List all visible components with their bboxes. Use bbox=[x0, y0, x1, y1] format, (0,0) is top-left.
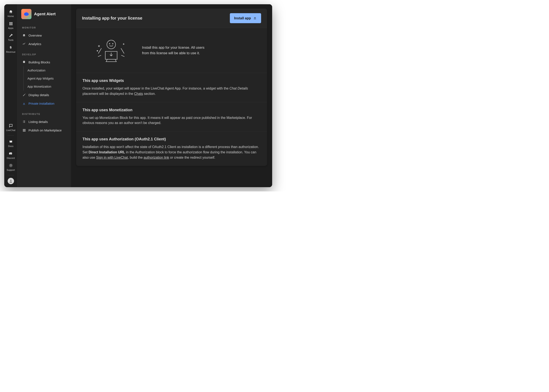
rail-home[interactable]: Home bbox=[5, 8, 17, 19]
section-authorization: This app uses Authorization (OAuth2.1 Cl… bbox=[76, 132, 267, 166]
nav-overview[interactable]: Overview bbox=[17, 31, 71, 40]
building-blocks-children: Authorization Agent App Widgets App Mone… bbox=[23, 66, 71, 91]
svg-point-24 bbox=[97, 50, 98, 51]
nav-analytics-label: Analytics bbox=[28, 42, 41, 46]
section-monetization-body: You set up Monetization Block for this a… bbox=[83, 115, 261, 126]
svg-rect-13 bbox=[24, 129, 24, 130]
rail-home-label: Home bbox=[8, 15, 14, 17]
widgets-text-2: placement will be displayed in the bbox=[83, 92, 134, 96]
card-header: Installing app for your license Install … bbox=[76, 8, 267, 28]
nav-publish-marketplace-label: Publish on Marketplace bbox=[28, 128, 62, 132]
intro-row: Install this app for your license. All u… bbox=[76, 28, 267, 73]
install-icon bbox=[253, 16, 257, 21]
section-widgets-body: Once installed, your widget will appear … bbox=[83, 86, 261, 97]
rail-livechat-label: LiveChat bbox=[6, 129, 15, 132]
rail-support[interactable]: ? Support bbox=[5, 162, 17, 173]
section-widgets-title: This app uses Widgets bbox=[83, 78, 261, 83]
chart-icon bbox=[22, 42, 26, 46]
svg-point-22 bbox=[109, 43, 110, 44]
app-logo bbox=[21, 9, 31, 19]
puzzle-icon bbox=[22, 60, 26, 64]
section-label-distribute: DISTRIBUTE bbox=[17, 108, 71, 117]
dollar-icon bbox=[8, 45, 13, 50]
home-icon bbox=[8, 9, 13, 14]
svg-rect-19 bbox=[24, 131, 24, 132]
nav-display-details[interactable]: Display details bbox=[17, 91, 71, 99]
install-app-button[interactable]: Install app bbox=[230, 13, 261, 23]
nav-publish-marketplace[interactable]: Publish on Marketplace bbox=[17, 126, 71, 134]
rail-discord-label: Discord bbox=[7, 157, 15, 159]
rail-separator bbox=[8, 175, 14, 175]
install-card: Installing app for your license Install … bbox=[76, 8, 267, 166]
svg-rect-20 bbox=[25, 131, 25, 132]
nav-private-installation[interactable]: Private installation bbox=[17, 99, 71, 108]
main-content: Installing app for your license Install … bbox=[71, 4, 272, 187]
svg-rect-0 bbox=[9, 22, 10, 23]
intro-text: Install this app for your license. All u… bbox=[142, 45, 206, 56]
sidebar: Agent Alert MONITOR Overview Analytics D… bbox=[17, 4, 71, 187]
nav-building-blocks[interactable]: Building Blocks bbox=[17, 58, 71, 66]
rail-apps-label: Apps bbox=[8, 27, 14, 29]
install-illustration bbox=[89, 37, 133, 64]
nav-app-monetization[interactable]: App Monetization bbox=[24, 83, 71, 91]
home-small-icon bbox=[22, 33, 26, 37]
nav-agent-widgets-label: Agent App Widgets bbox=[28, 77, 54, 80]
nav-listing-details[interactable]: Listing details bbox=[17, 117, 71, 126]
pencil-icon bbox=[22, 93, 26, 97]
chat-icon bbox=[8, 123, 13, 128]
rail-docs-label: Docs bbox=[8, 145, 14, 147]
svg-rect-18 bbox=[23, 131, 23, 132]
svg-rect-2 bbox=[12, 22, 12, 23]
nav-app-monetization-label: App Monetization bbox=[28, 85, 51, 88]
rail-revenue[interactable]: Revenue bbox=[5, 44, 17, 55]
svg-rect-15 bbox=[23, 130, 23, 131]
book-icon bbox=[8, 139, 13, 144]
svg-point-11 bbox=[10, 180, 12, 181]
nav-display-details-label: Display details bbox=[28, 93, 49, 97]
rail-apps[interactable]: Apps bbox=[5, 20, 17, 31]
nav-authorization[interactable]: Authorization bbox=[24, 66, 71, 74]
card-title: Installing app for your license bbox=[82, 16, 142, 21]
svg-point-21 bbox=[107, 40, 116, 49]
rail-discord[interactable]: Discord bbox=[5, 150, 17, 161]
nav-listing-details-label: Listing details bbox=[28, 120, 48, 124]
section-monetization: This app uses Monetization You set up Mo… bbox=[76, 102, 267, 132]
download-icon bbox=[22, 101, 26, 105]
svg-rect-4 bbox=[10, 23, 11, 24]
authorization-link-link[interactable]: authorization link bbox=[144, 156, 169, 159]
section-widgets: This app uses Widgets Once installed, yo… bbox=[76, 73, 267, 102]
app-header: Agent Alert bbox=[17, 9, 71, 21]
svg-rect-14 bbox=[25, 129, 25, 130]
auth-direct-url-bold: Direct Installation URL bbox=[89, 150, 125, 154]
chats-link[interactable]: Chats bbox=[134, 92, 143, 96]
rail-separator bbox=[8, 135, 14, 135]
section-monetization-title: This app uses Monetization bbox=[83, 108, 261, 112]
widgets-chat-details-em: Chat Details bbox=[229, 87, 248, 90]
rail-livechat[interactable]: LiveChat bbox=[5, 122, 17, 133]
signin-livechat-link[interactable]: Sign in with LiveChat bbox=[96, 156, 128, 159]
install-app-button-label: Install app bbox=[234, 16, 251, 20]
section-authorization-body: Installation of this app won't affect th… bbox=[83, 144, 261, 160]
widgets-text-1: Once installed, your widget will appear … bbox=[83, 87, 229, 90]
app-title: Agent Alert bbox=[34, 12, 56, 16]
nav-rail: Home Apps Tools Revenue bbox=[4, 4, 17, 187]
nav-analytics[interactable]: Analytics bbox=[17, 40, 71, 48]
nav-agent-widgets[interactable]: Agent App Widgets bbox=[24, 74, 71, 83]
section-label-develop: DEVELOP bbox=[17, 48, 71, 58]
rail-revenue-label: Revenue bbox=[6, 51, 15, 53]
section-authorization-title: This app uses Authorization (OAuth2.1 Cl… bbox=[83, 137, 261, 141]
svg-rect-7 bbox=[10, 24, 11, 25]
svg-rect-8 bbox=[12, 24, 12, 25]
nav-authorization-label: Authorization bbox=[28, 69, 46, 72]
wrench-icon bbox=[8, 33, 13, 38]
svg-rect-6 bbox=[9, 24, 10, 25]
list-icon bbox=[22, 120, 26, 124]
rail-tools[interactable]: Tools bbox=[5, 32, 17, 42]
user-avatar[interactable] bbox=[8, 178, 14, 184]
grid-icon bbox=[22, 128, 26, 132]
rail-docs[interactable]: Docs bbox=[5, 138, 17, 149]
svg-text:?: ? bbox=[10, 164, 12, 167]
rail-support-label: Support bbox=[7, 169, 15, 171]
svg-rect-16 bbox=[24, 130, 24, 131]
svg-rect-5 bbox=[12, 23, 12, 24]
